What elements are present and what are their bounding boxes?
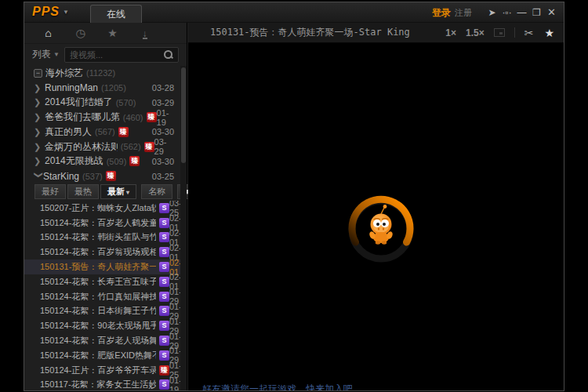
category-count: (570) (116, 98, 136, 107)
category-row[interactable]: ❯金炳万的丛林法则3(562)臻03-29 (24, 140, 180, 154)
category-row[interactable]: ❯2014无限挑战(509)臻03-30 (24, 154, 180, 169)
close-icon[interactable]: ✕ (544, 2, 559, 23)
episode-title: 150124-花絮：90老太现场甩手... (40, 320, 156, 332)
category-row[interactable]: ❯StarKing(537)臻03-25 (24, 169, 180, 183)
category-count: (537) (82, 172, 103, 181)
quality-badge: S (159, 321, 169, 331)
episode-title: 150117-花絮：家务女王生活妙... (40, 379, 156, 390)
episode-row[interactable]: 150124-正片：百岁爷爷开车录...臻01-25 (24, 363, 180, 378)
category-date: 03-30 (152, 157, 174, 166)
sort-tab-最新[interactable]: 最新▾ (100, 184, 136, 199)
home-icon[interactable]: ⌂ (32, 27, 64, 39)
episode-list: 150207-正片：蜘蛛女人Zlata软...S03-25150124-花絮：百… (24, 201, 180, 390)
quality-badge: S (159, 203, 169, 213)
episode-row[interactable]: 150207-正片：蜘蛛女人Zlata软...S03-25 (24, 201, 180, 216)
maximize-icon[interactable]: ❐ (529, 2, 544, 23)
category-label: StarKing (43, 171, 79, 182)
quality-badge: S (159, 292, 169, 302)
category-list: −海外综艺(11232)❯RunningMan(1205)03-28❯2014我… (24, 66, 180, 183)
episode-row[interactable]: 150124-花絮：90老太现场甩手...S01-29 (24, 318, 180, 333)
category-label: 2014我们结婚了 (45, 96, 113, 109)
download-icon[interactable]: ↓ (129, 27, 161, 39)
episode-title: 150131-预告：奇人萌娃齐聚一... (40, 261, 156, 273)
episode-title: 150124-花絮：百岁翁现场观相... (40, 246, 156, 258)
sort-tab-最好[interactable]: 最好 (34, 184, 66, 199)
player-toolbar: 150131-预告：奇人萌娃齐聚一场-Star King 1× 1.5× ✂ ★ (188, 23, 564, 43)
chevron-right-icon[interactable]: ❯ (34, 83, 45, 93)
chevron-right-icon[interactable]: ❯ (34, 97, 45, 107)
sort-tab-label: 名称 (148, 187, 165, 196)
category-label: RunningMan (45, 82, 98, 93)
pin-icon[interactable]: ➤ (485, 2, 499, 23)
clip-scissors-icon[interactable]: ✂ (524, 27, 534, 39)
episode-title: 150124-花絮：竹口真知展神技... (40, 291, 156, 303)
list-mode-dropdown[interactable]: 列表 (32, 48, 51, 61)
history-clock-icon[interactable]: ◷ (64, 27, 96, 39)
episode-row[interactable]: 150131-预告：奇人萌娃齐聚一...S02-01 (24, 260, 180, 274)
quality-badge: S (159, 306, 169, 316)
category-label: 爸爸我们去哪儿第二季 (45, 111, 120, 124)
episode-row[interactable]: 150124-花絮：百岁老人现场舞...S01-29 (24, 333, 180, 348)
episode-row[interactable]: 150124-花絮：竹口真知展神技...S01-29 (24, 289, 180, 304)
episode-row[interactable]: 150124-花絮：百岁老人鹤发童...S02-01 (24, 216, 180, 230)
category-label: 海外综艺 (45, 67, 83, 80)
sidebar-scrollbar[interactable] (180, 66, 187, 390)
logo-dropdown-caret-icon[interactable]: ▼ (63, 9, 70, 16)
loading-spinner (345, 194, 417, 266)
episode-row[interactable]: 150117-花絮：家务女王生活妙...S01-19 (24, 378, 180, 390)
sort-tab-最热[interactable]: 最热 (67, 184, 99, 199)
search-row: 列表 ▼ (24, 44, 187, 65)
chevron-right-icon[interactable]: ❯ (34, 156, 45, 166)
titlebar[interactable]: PPS▼ 在线 登录 注册 ➤ ·▫· — ❐ ✕ (24, 2, 564, 23)
minimize-icon[interactable]: — (514, 2, 529, 23)
mini-screen-icon[interactable] (494, 28, 505, 37)
search-box[interactable] (64, 47, 179, 63)
episode-row[interactable]: 150124-花絮：肥版EXID热舞不...S01-29 (24, 348, 180, 363)
chevron-right-icon[interactable]: ❯ (34, 127, 45, 137)
tab-online[interactable]: 在线 (90, 5, 142, 23)
video-area[interactable]: 好友邀请您一起玩游戏，快来加入吧 (188, 43, 564, 390)
premium-hd-badge: 臻 (159, 365, 169, 376)
desktop-background: PPS▼ 在线 登录 注册 ➤ ·▫· — ❐ ✕ ⌂ ◷ ★ ↓ 列表 ▼ (0, 0, 588, 392)
premium-hd-badge: 臻 (129, 156, 140, 166)
pps-logo[interactable]: PPS▼ (32, 5, 70, 19)
speed-1x-button[interactable]: 1× (445, 27, 456, 38)
category-count: (567) (95, 127, 115, 136)
episode-row[interactable]: 150124-花絮：百岁翁现场观相...S02-01 (24, 245, 180, 260)
player-pane: 150131-预告：奇人萌娃齐聚一场-Star King 1× 1.5× ✂ ★ (188, 23, 564, 390)
episode-row[interactable]: 150124-花絮：长寿王宫五味子...S02-01 (24, 274, 180, 289)
chevron-right-icon[interactable]: ❯ (34, 142, 45, 152)
category-date: 03-28 (152, 83, 174, 93)
collapse-group-icon[interactable]: − (34, 69, 42, 78)
mini-mode-icon[interactable]: ·▫· (499, 2, 514, 23)
search-input[interactable] (65, 50, 163, 60)
premium-hd-badge: 臻 (144, 142, 154, 152)
scrollbar-thumb[interactable] (181, 67, 186, 163)
login-link[interactable]: 登录 (432, 6, 451, 20)
chevron-right-icon[interactable]: ❯ (34, 112, 45, 122)
category-count: (11232) (86, 68, 115, 78)
search-icon[interactable] (163, 49, 174, 60)
pps-mascot (368, 205, 393, 245)
category-label: 2014无限挑战 (45, 154, 103, 168)
category-row[interactable]: ❯RunningMan(1205)03-28 (24, 81, 180, 96)
speed-15x-button[interactable]: 1.5× (466, 27, 485, 38)
category-count: (562) (121, 142, 141, 151)
premium-hd-badge: 臻 (147, 112, 157, 122)
register-link[interactable]: 注册 (455, 7, 472, 19)
chevron-down-icon[interactable]: ❯ (34, 172, 44, 181)
promo-link[interactable]: 好友邀请您一起玩游戏，快来加入吧 (202, 383, 353, 390)
sort-caret-icon: ▾ (126, 189, 129, 196)
favorite-star-icon[interactable]: ★ (544, 27, 554, 39)
episode-row[interactable]: 150124-花絮：日本街舞王子竹...S01-29 (24, 304, 180, 319)
category-row[interactable]: −海外综艺(11232) (24, 66, 180, 81)
pps-logo-text: PPS (32, 5, 60, 18)
favorites-star-icon[interactable]: ★ (96, 27, 129, 39)
list-dropdown-caret-icon[interactable]: ▼ (53, 51, 60, 58)
sort-tab-名称[interactable]: 名称 (141, 184, 172, 199)
quality-badge: S (159, 218, 169, 228)
category-row[interactable]: ❯爸爸我们去哪儿第二季(460)臻01-19 (24, 110, 180, 125)
episode-row[interactable]: 150124-花絮：韩街头笙队与竹...S02-01 (24, 230, 180, 245)
sidebar: ⌂ ◷ ★ ↓ 列表 ▼ −海外综艺(11232)❯RunningMan(120… (24, 23, 187, 390)
episode-title: 150124-正片：百岁爷爷开车录... (40, 365, 156, 376)
